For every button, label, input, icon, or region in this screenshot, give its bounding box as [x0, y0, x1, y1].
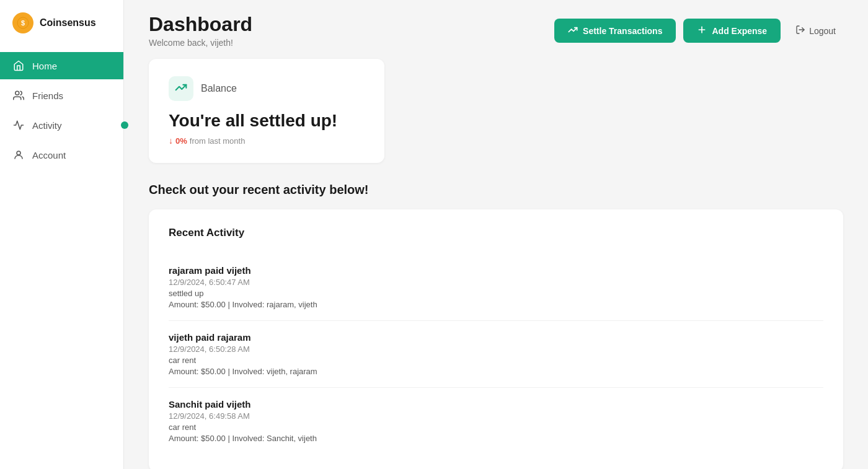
balance-card-header: Balance	[169, 76, 365, 101]
svg-text:$: $	[21, 19, 25, 27]
trend-up-icon	[175, 81, 187, 96]
sidebar-item-friends[interactable]: Friends	[0, 82, 123, 109]
activity-date-2: 12/9/2024, 6:49:58 AM	[169, 411, 823, 421]
activity-title-2: Sanchit paid vijeth	[169, 399, 823, 410]
activity-list-wrapper: rajaram paid vijeth 12/9/2024, 6:50:47 A…	[169, 254, 823, 454]
balance-sub: ↓ 0% from last month	[169, 136, 365, 146]
logo-text: Coinsensus	[40, 17, 96, 28]
activity-title-1: vijeth paid rajaram	[169, 332, 823, 343]
sidebar-item-label-activity: Activity	[32, 120, 62, 131]
balance-sub-text: from last month	[190, 136, 246, 146]
logo[interactable]: $ Coinsensus	[0, 12, 123, 52]
home-icon	[12, 59, 25, 72]
add-icon	[697, 25, 707, 37]
activity-date-1: 12/9/2024, 6:50:28 AM	[169, 344, 823, 354]
header: Dashboard Welcome back, vijeth! Settle T…	[124, 0, 868, 59]
sidebar-item-label-account: Account	[32, 150, 66, 160]
activity-title-0: rajaram paid vijeth	[169, 265, 823, 276]
activity-icon	[12, 119, 25, 131]
sidebar-item-label-home: Home	[32, 61, 57, 71]
sidebar-item-activity[interactable]: Activity	[0, 112, 123, 139]
activity-date-0: 12/9/2024, 6:50:47 AM	[169, 278, 823, 287]
main-content: Dashboard Welcome back, vijeth! Settle T…	[124, 0, 868, 469]
header-left: Dashboard Welcome back, vijeth!	[149, 14, 252, 48]
sidebar-item-account[interactable]: Account	[0, 141, 123, 169]
balance-card: Balance You're all settled up! ↓ 0% from…	[149, 59, 384, 163]
activity-item: vijeth paid rajaram 12/9/2024, 6:50:28 A…	[169, 321, 823, 388]
activity-card: Recent Activity rajaram paid vijeth 12/9…	[149, 209, 843, 469]
add-expense-btn-label: Add Expense	[712, 26, 767, 36]
activity-card-title: Recent Activity	[169, 227, 823, 239]
balance-main-text: You're all settled up!	[169, 111, 365, 131]
activity-item: Sanchit paid vijeth 12/9/2024, 6:49:58 A…	[169, 388, 823, 454]
balance-label: Balance	[201, 83, 237, 94]
activity-list: rajaram paid vijeth 12/9/2024, 6:50:47 A…	[169, 254, 823, 454]
sidebar: $ Coinsensus Home	[0, 0, 124, 469]
logout-btn-label: Logout	[809, 26, 836, 36]
friends-icon	[12, 89, 25, 102]
activity-dot	[121, 121, 128, 129]
activity-type-1: car rent	[169, 356, 823, 365]
welcome-text: Welcome back, vijeth!	[149, 38, 252, 48]
down-arrow-icon: ↓	[169, 136, 173, 146]
account-icon	[12, 149, 25, 161]
settle-icon	[568, 25, 578, 37]
activity-type-2: car rent	[169, 423, 823, 432]
content: Balance You're all settled up! ↓ 0% from…	[124, 59, 868, 469]
activity-details-2: Amount: $50.00 | Involved: Sanchit, vije…	[169, 434, 823, 443]
add-expense-button[interactable]: Add Expense	[683, 19, 781, 43]
sidebar-nav: Home Friends Activity	[0, 52, 123, 169]
balance-percent: 0%	[175, 136, 187, 146]
activity-details-0: Amount: $50.00 | Involved: rajaram, vije…	[169, 300, 823, 309]
svg-point-2	[16, 91, 19, 95]
logout-icon	[795, 25, 805, 37]
page-title: Dashboard	[149, 14, 252, 35]
svg-point-3	[17, 151, 20, 155]
settle-btn-label: Settle Transactions	[583, 26, 662, 36]
balance-icon-wrap	[169, 76, 193, 101]
logout-button[interactable]: Logout	[788, 19, 843, 43]
section-heading: Check out your recent activity below!	[149, 183, 843, 197]
activity-details-1: Amount: $50.00 | Involved: vijeth, rajar…	[169, 367, 823, 376]
settle-transactions-button[interactable]: Settle Transactions	[554, 19, 676, 43]
header-actions: Settle Transactions Add Expense	[554, 19, 843, 43]
sidebar-item-home[interactable]: Home	[0, 52, 123, 79]
sidebar-item-label-friends: Friends	[32, 90, 63, 101]
activity-item: rajaram paid vijeth 12/9/2024, 6:50:47 A…	[169, 254, 823, 321]
logo-icon: $	[12, 12, 33, 33]
activity-type-0: settled up	[169, 289, 823, 298]
